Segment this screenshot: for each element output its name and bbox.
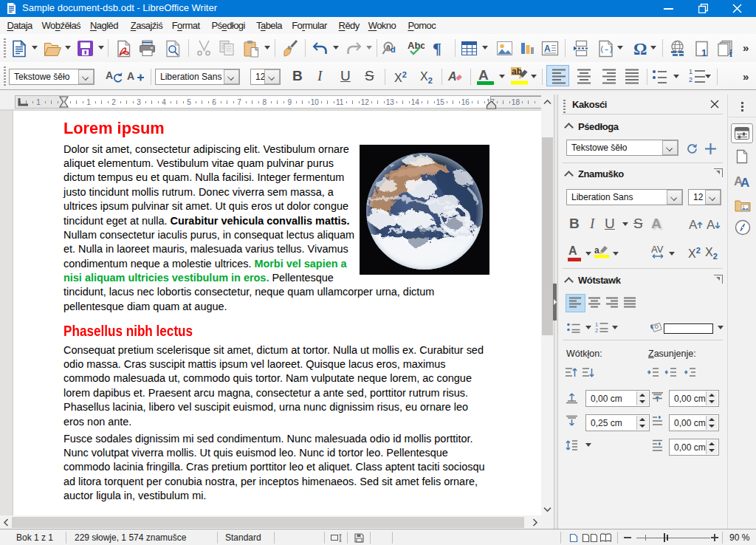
svg-text:A: A <box>689 218 698 232</box>
svg-text:A: A <box>127 70 134 82</box>
svg-text:2: 2 <box>689 76 693 83</box>
svg-text:A: A <box>447 70 457 83</box>
svg-text:i: i <box>729 48 732 58</box>
svg-text:A: A <box>544 44 551 54</box>
svg-text:¶: ¶ <box>433 40 441 57</box>
svg-text:(–): (–) <box>600 46 614 54</box>
svg-text:A: A <box>707 218 715 232</box>
svg-text:A: A <box>106 69 113 81</box>
svg-text:d: d <box>391 45 396 54</box>
svg-text:a: a <box>594 245 599 256</box>
svg-text:Ω: Ω <box>633 40 647 58</box>
svg-text:AV: AV <box>651 244 664 255</box>
svg-text:1: 1 <box>689 68 693 75</box>
svg-text:A: A <box>478 67 489 83</box>
svg-text:1: 1 <box>701 47 707 58</box>
svg-text:Abc: Abc <box>408 40 425 51</box>
svg-text:2: 2 <box>595 327 598 333</box>
svg-text:A: A <box>740 176 749 189</box>
